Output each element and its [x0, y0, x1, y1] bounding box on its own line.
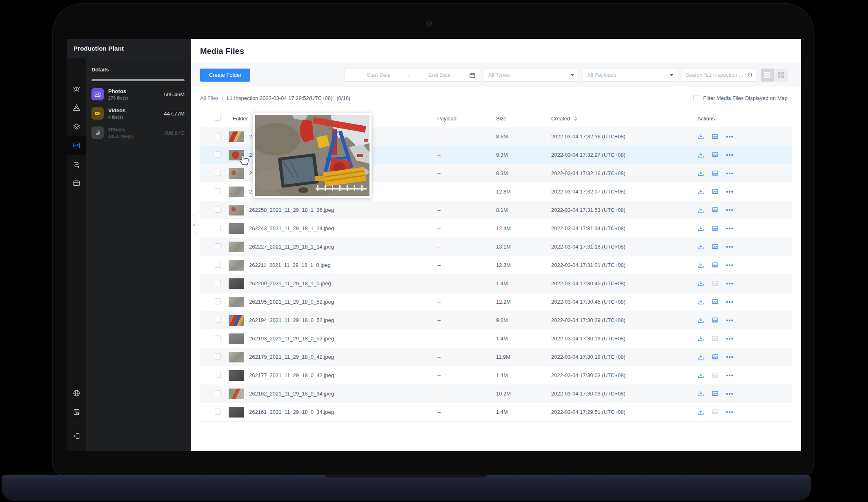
row-checkbox[interactable] [215, 390, 221, 396]
more-actions-icon[interactable]: ••• [726, 171, 734, 175]
flight-logs-icon[interactable] [67, 402, 86, 421]
download-icon[interactable] [697, 335, 704, 342]
more-actions-icon[interactable]: ••• [726, 227, 734, 231]
file-thumbnail[interactable] [229, 407, 244, 418]
layers-icon[interactable] [67, 117, 86, 136]
file-thumbnail[interactable] [229, 168, 244, 179]
more-actions-icon[interactable]: ••• [726, 263, 734, 267]
more-actions-icon[interactable]: ••• [726, 282, 734, 286]
map-filter-toggle[interactable]: Filter Media Files Displayed on Map [693, 95, 788, 101]
row-checkbox[interactable] [215, 170, 221, 176]
more-actions-icon[interactable]: ••• [726, 392, 734, 396]
download-icon[interactable] [697, 188, 704, 195]
table-row[interactable]: 262258_2021_11_29_18_1_36.jpeg -- 8.1M 2… [200, 201, 792, 219]
row-checkbox[interactable] [215, 353, 221, 360]
file-thumbnail[interactable] [229, 352, 244, 362]
globe-icon[interactable] [67, 384, 86, 402]
more-actions-icon[interactable]: ••• [726, 208, 734, 212]
view-on-map-icon[interactable] [712, 207, 719, 213]
row-checkbox[interactable] [215, 151, 221, 158]
more-actions-icon[interactable]: ••• [726, 373, 734, 378]
file-thumbnail[interactable] [229, 370, 244, 381]
row-checkbox[interactable] [215, 335, 221, 341]
file-thumbnail[interactable] [229, 131, 244, 142]
row-checkbox[interactable] [215, 243, 221, 249]
row-checkbox[interactable] [215, 372, 221, 378]
table-row[interactable]: 262194_2021_11_29_18_0_52.jpeg -- 9.6M 2… [200, 311, 792, 329]
view-on-map-icon[interactable] [712, 170, 719, 177]
view-on-map-icon[interactable] [712, 409, 719, 415]
flight-route-icon[interactable] [67, 155, 86, 173]
more-actions-icon[interactable]: ••• [726, 337, 734, 341]
table-row[interactable]: 262193_2021_11_29_18_0_52.jpeg -- 1.4M 2… [200, 329, 792, 348]
select-all-checkbox[interactable] [215, 115, 221, 121]
row-checkbox[interactable] [215, 262, 221, 268]
breadcrumb-all-files[interactable]: All Files [200, 95, 219, 101]
download-icon[interactable] [697, 133, 704, 140]
row-checkbox[interactable] [215, 188, 221, 194]
file-thumbnail[interactable] [229, 187, 244, 197]
view-on-map-icon[interactable] [712, 280, 719, 287]
create-folder-button[interactable]: Create Folder [200, 69, 250, 82]
date-range-picker[interactable]: Start Date - End Date [345, 69, 480, 82]
row-checkbox[interactable] [215, 409, 221, 415]
table-row[interactable]: 262162_2021_11_29_18_0_34.jpeg -- 10.2M … [200, 384, 792, 403]
view-on-map-icon[interactable] [712, 262, 719, 269]
table-row[interactable]: 262177_2021_11_29_18_0_42.jpeg -- 1.4M 2… [200, 366, 792, 384]
sort-icon[interactable] [574, 116, 577, 121]
file-thumbnail[interactable] [229, 278, 244, 289]
map-marker-icon[interactable] [67, 98, 86, 117]
file-thumbnail[interactable] [229, 389, 244, 399]
media-library-icon[interactable] [67, 136, 86, 155]
more-actions-icon[interactable]: ••• [726, 300, 734, 304]
more-actions-icon[interactable]: ••• [726, 318, 734, 322]
table-row[interactable]: 262209_2021_11_29_18_1_0.jpeg -- 1.4M 20… [200, 274, 792, 293]
file-thumbnail[interactable] [229, 205, 244, 215]
view-on-map-icon[interactable] [712, 151, 719, 158]
row-checkbox[interactable] [215, 225, 221, 231]
file-thumbnail[interactable] [229, 333, 244, 344]
download-icon[interactable] [697, 353, 704, 360]
grid-view-button[interactable] [774, 69, 788, 82]
devices-icon[interactable] [67, 80, 86, 98]
download-icon[interactable] [697, 298, 704, 305]
column-created[interactable]: Created [551, 116, 694, 122]
sign-out-icon[interactable] [67, 426, 86, 445]
search-input[interactable] [685, 72, 747, 78]
view-on-map-icon[interactable] [712, 353, 719, 360]
row-checkbox[interactable] [215, 317, 221, 323]
more-actions-icon[interactable]: ••• [726, 410, 734, 414]
payload-filter-select[interactable]: All Payloads [583, 69, 678, 82]
view-on-map-icon[interactable] [712, 243, 719, 250]
download-icon[interactable] [697, 390, 704, 397]
more-actions-icon[interactable]: ••• [726, 245, 734, 249]
calendar-icon[interactable] [469, 72, 476, 78]
file-thumbnail[interactable] [229, 150, 244, 160]
more-actions-icon[interactable]: ••• [726, 355, 734, 359]
type-filter-select[interactable]: All Types [484, 69, 579, 82]
table-row[interactable]: 262161_2021_11_29_18_0_34.jpeg -- 1.4M 2… [200, 403, 792, 421]
row-checkbox[interactable] [215, 207, 221, 213]
row-checkbox[interactable] [215, 280, 221, 286]
download-icon[interactable] [697, 170, 704, 177]
download-icon[interactable] [697, 262, 704, 269]
download-icon[interactable] [697, 280, 704, 287]
download-icon[interactable] [697, 225, 704, 232]
task-calendar-icon[interactable] [67, 173, 86, 192]
list-view-button[interactable] [761, 69, 774, 82]
download-icon[interactable] [697, 317, 704, 324]
view-on-map-icon[interactable] [712, 390, 719, 397]
file-thumbnail[interactable] [229, 260, 244, 271]
download-icon[interactable] [697, 372, 704, 379]
view-on-map-icon[interactable] [712, 335, 719, 342]
view-on-map-icon[interactable] [712, 317, 719, 324]
search-icon[interactable] [747, 72, 753, 78]
table-row[interactable]: 262227_2021_11_29_18_1_14.jpeg -- 13.1M … [200, 238, 792, 256]
table-row[interactable]: 262195_2021_11_29_18_0_52.jpeg -- 12.2M … [200, 293, 792, 311]
table-row[interactable]: 262243_2021_11_29_18_1_24.jpeg -- 12.4M … [200, 219, 792, 238]
table-row[interactable]: 262179_2021_11_29_18_0_42.jpeg -- 11.9M … [200, 348, 792, 366]
row-checkbox[interactable] [215, 133, 221, 139]
table-row[interactable]: 262211_2021_11_29_18_1_0.jpeg -- 12.3M 2… [200, 256, 792, 274]
file-thumbnail[interactable] [229, 223, 244, 234]
end-date-field[interactable]: End Date [410, 72, 469, 78]
